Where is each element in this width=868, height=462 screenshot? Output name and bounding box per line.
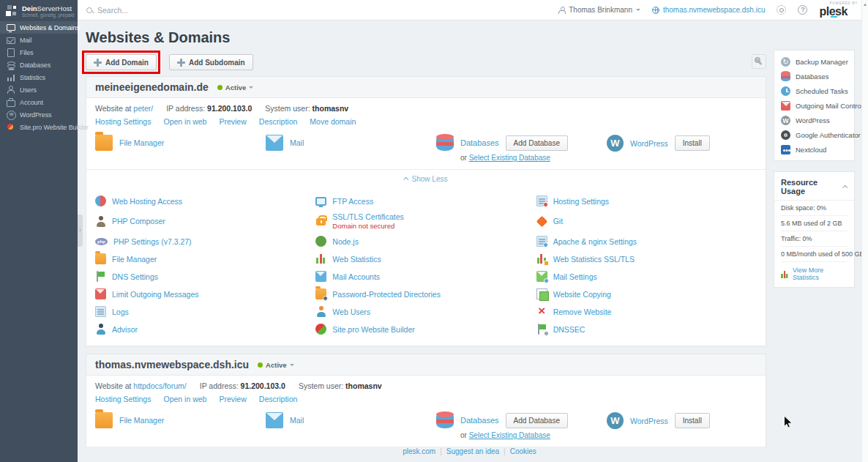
sidebar-item-wordpress[interactable]: WordPress: [0, 108, 78, 121]
quick-file-manager[interactable]: File Manager: [95, 135, 266, 151]
domain-status-dropdown[interactable]: Active: [258, 361, 294, 369]
open-in-web-link[interactable]: Open in web: [163, 395, 206, 403]
plesk-logo[interactable]: POWERED BY plesk: [819, 2, 858, 18]
tool-dnssec[interactable]: DNSSEC: [536, 323, 757, 335]
website-path-link[interactable]: peter/: [133, 104, 153, 113]
tool-nodejs[interactable]: Node.js: [315, 235, 536, 247]
user-name: Thomas Brinkmann: [569, 6, 632, 14]
disk-space-label: Disk space: 0%: [781, 201, 848, 216]
tool-web-statistics[interactable]: Web Statistics: [315, 253, 536, 265]
resource-usage-card: Resource Usage Disk space: 0% 5.6 MB use…: [774, 171, 855, 288]
open-in-web-link[interactable]: Open in web: [163, 117, 206, 126]
databases-link[interactable]: Databases: [460, 138, 499, 147]
help-icon[interactable]: ?: [798, 5, 807, 15]
databases-link[interactable]: Databases: [460, 416, 499, 425]
tool-mail-accounts[interactable]: Mail Accounts: [315, 270, 536, 283]
brand-logo[interactable]: DeinServerHost Schnell, günstig, prepaid: [0, 0, 78, 21]
wordpress-link[interactable]: WordPress: [630, 139, 668, 148]
domain-name: thomas.nvmewebspace.dsh.icu: [95, 359, 249, 370]
tool-website-copying[interactable]: Website Copying: [536, 288, 757, 300]
view-more-statistics-link[interactable]: View More Statistics: [793, 267, 848, 281]
quick-file-manager[interactable]: File Manager: [95, 412, 266, 428]
preview-link[interactable]: Preview: [219, 395, 246, 403]
tool-web-statistics-ssl[interactable]: Web Statistics SSL/TLS: [536, 253, 757, 265]
move-domain-link[interactable]: Move domain: [310, 117, 356, 126]
toolbar: Add Domain Add Subdomain: [86, 54, 766, 76]
suggest-idea-link[interactable]: Suggest an idea: [446, 447, 499, 455]
tool-password-protected-directories[interactable]: Password-Protected Directories: [315, 288, 536, 300]
select-existing-database-link[interactable]: Select Existing Database: [469, 431, 550, 439]
logs-icon: [95, 306, 106, 317]
install-wordpress-button[interactable]: Install: [675, 413, 710, 428]
widget-outgoing-mail-control[interactable]: Outgoing Mail Control: [774, 98, 854, 113]
add-database-button[interactable]: Add Database: [506, 413, 568, 428]
tool-dns-settings[interactable]: DNS Settings: [95, 270, 315, 283]
status-dot-icon: [258, 362, 263, 368]
tool-php-settings[interactable]: PHP Settings (v7.3.27): [95, 235, 315, 247]
tool-php-composer[interactable]: PHP Composer: [95, 212, 315, 230]
search-input[interactable]: Search...: [86, 6, 128, 15]
tool-limit-outgoing-messages[interactable]: Limit Outgoing Messages: [95, 288, 315, 300]
widget-scheduled-tasks[interactable]: Scheduled Tasks: [774, 83, 854, 98]
tool-ftp-access[interactable]: FTP Access: [315, 195, 536, 207]
customize-tools-button[interactable]: [752, 54, 766, 69]
page-scrollbar[interactable]: ▲: [861, 0, 868, 462]
sidebar-item-databases[interactable]: Databases: [0, 59, 78, 71]
tool-logs[interactable]: Logs: [95, 305, 315, 318]
tool-web-hosting-access[interactable]: Web Hosting Access: [95, 195, 315, 207]
domain-status-dropdown[interactable]: Active: [217, 83, 254, 92]
widget-databases[interactable]: Databases: [774, 69, 854, 83]
plus-icon: [177, 59, 185, 67]
quick-mail[interactable]: Mail: [266, 135, 436, 151]
tool-apache-nginx-settings[interactable]: Apache & nginx Settings: [536, 235, 757, 247]
sidebar-item-users[interactable]: Users: [0, 83, 78, 96]
show-less-link[interactable]: Show Less: [405, 175, 448, 183]
widget-google-authenticator[interactable]: Google Authenticator: [774, 127, 854, 142]
wordpress-link[interactable]: WordPress: [630, 417, 668, 425]
tool-mail-settings[interactable]: Mail Settings: [536, 270, 757, 283]
quick-access-row: File Manager Mail Databases Add Database…: [95, 412, 757, 439]
widget-nextcloud[interactable]: Nextcloud: [774, 142, 854, 157]
hosting-settings-link[interactable]: Hosting Settings: [95, 395, 151, 403]
sidebar-item-files[interactable]: Files: [0, 46, 78, 59]
cookies-link[interactable]: Cookies: [510, 447, 536, 455]
tool-git[interactable]: Git: [536, 212, 757, 230]
tool-remove-website[interactable]: Remove Website: [536, 305, 757, 318]
hosting-settings-icon: [536, 195, 547, 206]
widget-wordpress[interactable]: WordPress: [774, 113, 854, 127]
domain-info-row: Website at httpdocs/forum/ IP address: 9…: [95, 381, 757, 390]
add-domain-button[interactable]: Add Domain: [86, 54, 157, 70]
sidebar-item-mail[interactable]: Mail: [0, 34, 78, 46]
sidebar-item-sitepro-builder[interactable]: Site.pro Website Builder: [0, 121, 78, 133]
install-wordpress-button[interactable]: Install: [675, 135, 710, 151]
description-link[interactable]: Description: [259, 395, 298, 403]
preview-link[interactable]: Preview: [219, 117, 246, 126]
tool-file-manager[interactable]: File Manager: [95, 253, 315, 265]
resource-usage-header[interactable]: Resource Usage: [774, 172, 854, 201]
wordpress-icon: [7, 111, 15, 119]
website-path-link[interactable]: httpdocs/forum/: [133, 381, 186, 390]
hosting-settings-link[interactable]: Hosting Settings: [95, 117, 151, 126]
tool-hosting-settings[interactable]: Hosting Settings: [536, 195, 757, 207]
sidebar-item-account[interactable]: Account: [0, 96, 78, 108]
add-subdomain-button[interactable]: Add Subdomain: [169, 54, 253, 70]
statistics-icon: [781, 270, 789, 278]
widget-backup-manager[interactable]: Backup Manager: [774, 54, 854, 69]
scroll-up-arrow[interactable]: ▲: [862, 0, 868, 9]
user-menu[interactable]: Thomas Brinkmann: [558, 6, 640, 14]
hostname-link[interactable]: thomas.nvmewebspace.dsh.icu: [652, 6, 766, 14]
widget-tools-card: Backup Manager Databases Scheduled Tasks…: [774, 50, 855, 161]
description-link[interactable]: Description: [259, 117, 298, 126]
select-existing-database-link[interactable]: Select Existing Database: [469, 154, 550, 162]
tool-ssl-certificates[interactable]: SSL/TLS CertificatesDomain not secured: [315, 212, 536, 230]
quick-mail[interactable]: Mail: [266, 412, 436, 428]
sidebar-collapse-handle[interactable]: ‹: [78, 215, 83, 247]
plesk-com-link[interactable]: plesk.com: [403, 447, 435, 455]
sidebar-item-statistics[interactable]: Statistics: [0, 71, 78, 83]
sidebar-item-websites-domains[interactable]: Websites & Domains: [0, 21, 78, 34]
sprocket-icon[interactable]: [777, 5, 786, 15]
tool-sitepro-builder[interactable]: Site.pro Website Builder: [315, 323, 536, 335]
tool-web-users[interactable]: Web Users: [315, 305, 536, 318]
tool-advisor[interactable]: Advisor: [95, 323, 315, 335]
add-database-button[interactable]: Add Database: [506, 135, 568, 151]
